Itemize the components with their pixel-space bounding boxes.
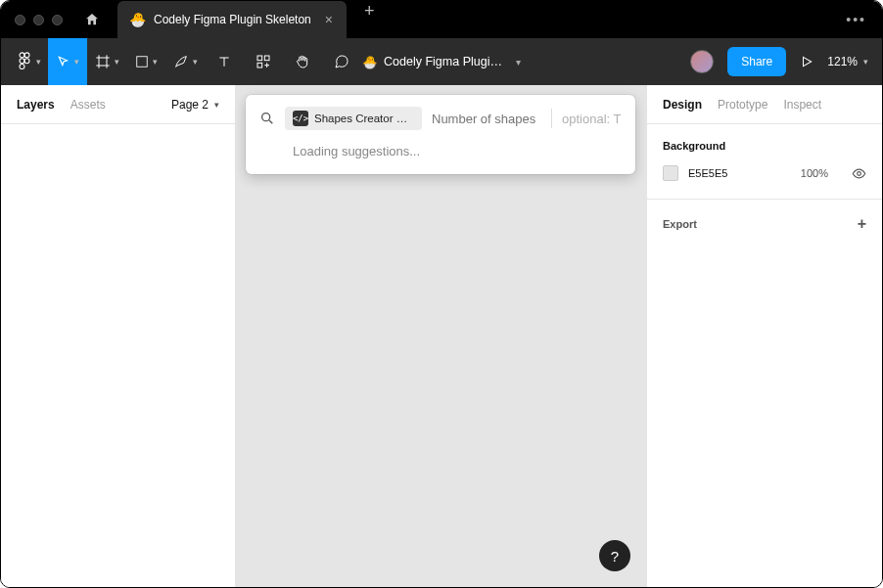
chevron-down-icon: ▾ — [115, 57, 119, 67]
file-emoji-icon: 🐣 — [362, 55, 378, 69]
page-selector[interactable]: Page 2 ▾ — [171, 98, 219, 112]
svg-point-9 — [262, 113, 270, 121]
zoom-control[interactable]: 121% ▾ — [827, 55, 868, 68]
comment-tool[interactable] — [322, 38, 361, 85]
file-title-text: Codely Figma Plugi… — [384, 55, 502, 68]
share-button[interactable]: Share — [727, 47, 786, 76]
design-tab[interactable]: Design — [663, 98, 702, 112]
background-hex[interactable]: E5E5E5 — [688, 167, 727, 179]
background-row[interactable]: E5E5E5 100% — [647, 159, 882, 187]
present-button[interactable] — [800, 55, 813, 68]
svg-point-10 — [858, 171, 861, 175]
chevron-down-icon: ▾ — [193, 57, 198, 67]
background-section-title: Background — [647, 124, 882, 159]
visibility-toggle-icon[interactable] — [852, 166, 866, 181]
resources-tool[interactable] — [244, 38, 283, 85]
close-window-dot[interactable] — [15, 15, 25, 25]
frame-tool[interactable]: ▾ — [87, 38, 126, 85]
close-tab-icon[interactable]: × — [325, 12, 333, 27]
text-tool[interactable] — [205, 38, 244, 85]
chevron-down-icon: ▾ — [214, 100, 219, 110]
window-traffic-lights[interactable] — [15, 15, 63, 25]
divider — [551, 109, 552, 128]
page-label: Page 2 — [171, 98, 209, 112]
loading-text: Loading suggestions... — [259, 130, 622, 160]
avatar[interactable] — [690, 50, 714, 73]
chevron-down-icon: ▾ — [153, 57, 158, 67]
plugin-chip-label: Shapes Creator Pa… — [314, 113, 414, 124]
overflow-menu-icon[interactable]: ••• — [846, 12, 866, 27]
inspect-tab[interactable]: Inspect — [783, 98, 821, 112]
new-tab-button[interactable]: + — [364, 1, 375, 38]
chevron-down-icon: ▾ — [36, 57, 41, 67]
pen-tool[interactable]: ▾ — [165, 38, 205, 85]
tab-emoji-icon: 🐣 — [129, 12, 146, 27]
plugin-chip[interactable]: </> Shapes Creator Pa… — [285, 107, 422, 130]
help-button[interactable]: ? — [599, 540, 630, 571]
parameter-input[interactable] — [432, 112, 541, 126]
svg-point-0 — [20, 53, 24, 58]
svg-rect-1 — [20, 59, 24, 64]
chevron-down-icon[interactable]: ▾ — [516, 57, 521, 68]
chevron-down-icon: ▾ — [74, 57, 79, 67]
export-section-title: Export — [663, 218, 697, 230]
svg-rect-8 — [257, 63, 262, 68]
search-icon — [259, 111, 275, 126]
svg-point-3 — [24, 59, 29, 64]
file-name[interactable]: 🐣 Codely Figma Plugi… ▾ — [362, 55, 521, 69]
tab-title: Codely Figma Plugin Skeleton — [154, 13, 311, 26]
layers-tab[interactable]: Layers — [17, 98, 55, 112]
add-export-button[interactable]: + — [858, 215, 866, 233]
prototype-tab[interactable]: Prototype — [718, 98, 767, 112]
chevron-down-icon: ▾ — [863, 57, 868, 67]
optional-parameter-hint: optional: T — [562, 112, 622, 126]
file-tab[interactable]: 🐣 Codely Figma Plugin Skeleton × — [117, 1, 347, 38]
svg-rect-7 — [264, 56, 269, 61]
minimize-window-dot[interactable] — [33, 15, 44, 25]
assets-tab[interactable]: Assets — [70, 98, 106, 112]
shape-tool[interactable]: ▾ — [126, 38, 165, 85]
main-menu-button[interactable]: ▾ — [9, 38, 48, 85]
svg-rect-6 — [257, 56, 262, 61]
hand-tool[interactable] — [283, 38, 322, 85]
background-opacity[interactable]: 100% — [801, 167, 828, 179]
zoom-value: 121% — [827, 55, 858, 68]
plugin-command-popover: </> Shapes Creator Pa… optional: T Loadi… — [246, 95, 635, 174]
svg-rect-5 — [136, 57, 147, 68]
move-tool[interactable]: ▾ — [48, 38, 87, 85]
home-icon[interactable] — [84, 12, 100, 27]
svg-rect-4 — [24, 53, 29, 58]
plugin-code-icon: </> — [293, 111, 308, 126]
svg-point-2 — [20, 65, 24, 69]
maximize-window-dot[interactable] — [52, 15, 63, 25]
background-swatch[interactable] — [663, 165, 678, 181]
canvas[interactable]: </> Shapes Creator Pa… optional: T Loadi… — [236, 85, 646, 587]
